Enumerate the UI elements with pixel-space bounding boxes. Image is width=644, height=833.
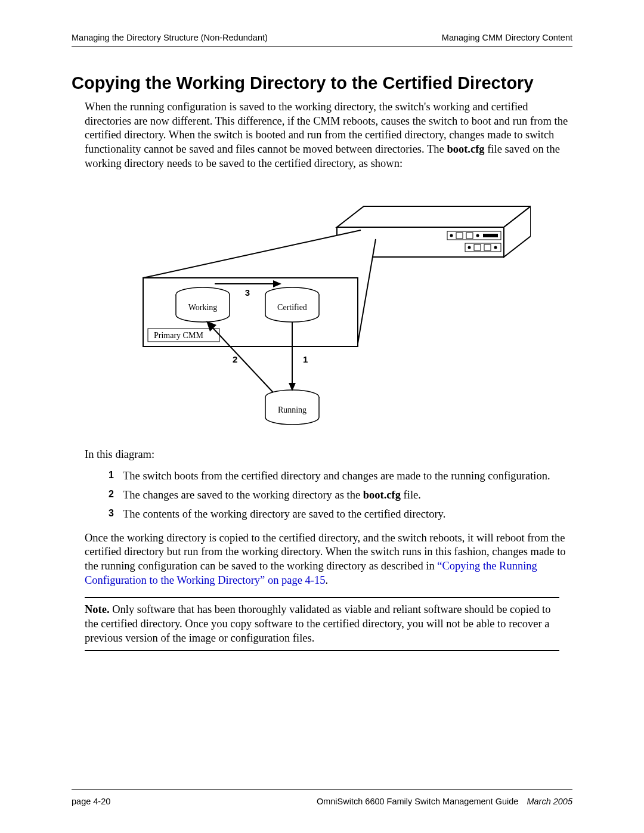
footer-guide: OmniSwitch 6600 Family Switch Management… bbox=[317, 797, 518, 806]
running-cylinder-icon: Running bbox=[265, 390, 319, 425]
list-num: 2 bbox=[109, 487, 116, 504]
svg-point-10 bbox=[468, 246, 471, 249]
list-text: The contents of the working directory ar… bbox=[123, 506, 445, 523]
note-text: Only software that has been thoroughly v… bbox=[85, 603, 550, 643]
list-item: 3 The contents of the working directory … bbox=[109, 506, 572, 523]
section-title: Copying the Working Directory to the Cer… bbox=[72, 73, 572, 93]
diagram-lead: In this diagram: bbox=[85, 448, 572, 461]
header-left: Managing the Directory Structure (Non-Re… bbox=[72, 33, 268, 42]
diagram: Primary CMM Working Certified Running bbox=[113, 188, 531, 441]
running-label: Running bbox=[278, 405, 306, 414]
footer-right: OmniSwitch 6600 Family Switch Management… bbox=[317, 797, 572, 806]
svg-point-4 bbox=[450, 234, 453, 237]
svg-rect-8 bbox=[483, 234, 498, 237]
list-text: The switch boots from the certified dire… bbox=[123, 468, 550, 485]
numbered-list: 1 The switch boots from the certified di… bbox=[85, 468, 572, 522]
diagram-svg: Primary CMM Working Certified Running bbox=[113, 188, 531, 439]
arrow-1-num: 1 bbox=[303, 354, 308, 364]
svg-point-7 bbox=[476, 234, 479, 237]
footer-page-number: page 4-20 bbox=[72, 797, 110, 806]
svg-marker-0 bbox=[337, 206, 531, 227]
after-paragraph: Once the working directory is copied to … bbox=[85, 531, 572, 588]
working-cylinder-icon: Working bbox=[176, 287, 230, 322]
page-footer: page 4-20 OmniSwitch 6600 Family Switch … bbox=[72, 797, 572, 806]
arrow-3-num: 3 bbox=[245, 287, 250, 298]
svg-point-13 bbox=[494, 246, 497, 249]
list-num: 3 bbox=[109, 506, 116, 523]
note-block: Note. Only software that has been thorou… bbox=[85, 597, 559, 651]
document-page: Managing the Directory Structure (Non-Re… bbox=[0, 0, 644, 833]
intro-bold: boot.cfg bbox=[447, 143, 484, 155]
footer-rule bbox=[72, 789, 572, 790]
note-label: Note. bbox=[85, 603, 110, 615]
working-label: Working bbox=[188, 303, 218, 312]
running-header: Managing the Directory Structure (Non-Re… bbox=[72, 33, 572, 47]
list-num: 1 bbox=[109, 468, 116, 485]
after-post: . bbox=[326, 574, 329, 586]
list-item: 1 The switch boots from the certified di… bbox=[109, 468, 572, 485]
certified-label: Certified bbox=[277, 303, 307, 312]
primary-cmm-label: Primary CMM bbox=[154, 331, 203, 340]
list-text: The changes are saved to the working dir… bbox=[123, 487, 421, 504]
list-item: 2 The changes are saved to the working d… bbox=[109, 487, 572, 504]
header-right: Managing CMM Directory Content bbox=[442, 33, 572, 42]
arrow-2-num: 2 bbox=[233, 354, 237, 364]
intro-paragraph: When the running configuration is saved … bbox=[85, 100, 572, 171]
footer-date: March 2005 bbox=[527, 797, 572, 806]
cmm-module-icon: Primary CMM bbox=[143, 230, 376, 346]
certified-cylinder-icon: Certified bbox=[265, 287, 319, 322]
